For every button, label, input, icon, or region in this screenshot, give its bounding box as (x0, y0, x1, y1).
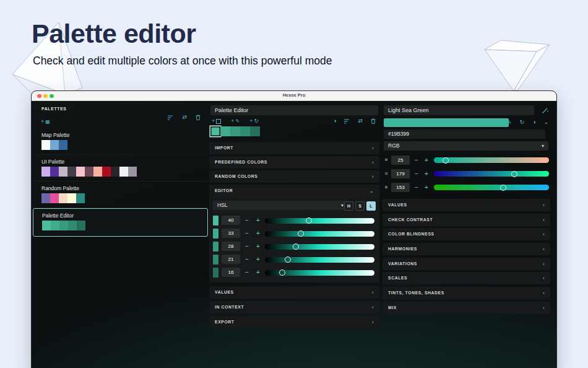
lightness-value-input[interactable]: 21 (222, 255, 240, 264)
color-swatch[interactable] (213, 255, 218, 265)
channel-value-input[interactable]: 25 (391, 156, 410, 165)
slider-handle[interactable] (293, 243, 299, 250)
sort-colors-button[interactable] (344, 118, 350, 124)
blue-slider-track[interactable] (434, 185, 549, 190)
color-swatch[interactable] (41, 140, 50, 150)
green-slider-track[interactable] (434, 171, 549, 177)
contrast-button[interactable]: ◑ (333, 118, 336, 124)
color-swatch[interactable] (77, 221, 85, 230)
section-in-context[interactable]: IN CONTEXT ‹ (209, 301, 379, 313)
lightness-value-input[interactable]: 40 (222, 216, 240, 225)
eyedropper-button[interactable]: ✎ (508, 120, 512, 125)
section-check-contrast[interactable]: CHECK CONTRAST ‹ (383, 214, 550, 226)
color-swatch[interactable] (68, 221, 77, 230)
color-name-input[interactable]: Light Sea Green (384, 105, 534, 115)
expand-color-button[interactable]: ⌄ (543, 120, 548, 125)
color-swatch[interactable] (41, 167, 50, 177)
decrement-button[interactable]: − (244, 216, 250, 225)
color-swatch[interactable] (50, 193, 59, 203)
decrement-button[interactable]: − (413, 183, 420, 192)
hex-value-input[interactable]: #19B399 (384, 129, 545, 139)
lightness-slider-track[interactable] (265, 270, 374, 276)
color-swatch[interactable] (59, 167, 67, 177)
color-swatch[interactable] (59, 140, 67, 150)
add-random-color-button[interactable]: +↻ (249, 118, 259, 124)
color-swatch[interactable] (41, 193, 50, 203)
slider-handle[interactable] (500, 185, 506, 191)
section-harmonies[interactable]: HARMONIES ‹ (383, 243, 550, 255)
toggle-lightness-button[interactable]: L (366, 201, 376, 211)
increment-button[interactable]: + (423, 156, 430, 165)
editor-mode-select[interactable]: HSL ▾ (213, 201, 348, 210)
color-swatch[interactable] (76, 167, 85, 177)
color-swatch[interactable] (240, 126, 250, 136)
section-color-blindness[interactable]: COLOR BLINDNESS ‹ (383, 228, 550, 240)
color-swatch[interactable] (128, 167, 137, 177)
toggle-saturation-button[interactable]: S (355, 201, 365, 211)
swap-colors-button[interactable]: ⇄ (358, 118, 363, 124)
color-model-select[interactable]: RGB ▾ (384, 141, 548, 151)
auto-name-button[interactable] (542, 107, 548, 114)
color-swatch[interactable] (210, 126, 220, 136)
slider-handle[interactable] (511, 171, 517, 177)
channel-value-input[interactable]: 179 (391, 169, 410, 178)
channel-value-input[interactable]: 153 (391, 183, 410, 192)
color-swatch[interactable] (102, 167, 111, 177)
section-mix[interactable]: MIX ‹ (383, 302, 550, 314)
color-swatch[interactable] (42, 221, 51, 230)
decrement-button[interactable]: − (244, 229, 250, 238)
delete-color-button[interactable] (371, 118, 376, 124)
increment-button[interactable]: + (255, 255, 261, 264)
color-swatch[interactable] (85, 167, 93, 177)
add-palette-button[interactable]: +▦ (41, 119, 50, 125)
increment-button[interactable]: + (423, 183, 430, 192)
decrement-button[interactable]: − (244, 268, 250, 277)
palette-item-ui[interactable]: UI Palette (33, 155, 207, 182)
lightness-slider-track[interactable] (265, 244, 374, 250)
increment-button[interactable]: + (255, 268, 261, 277)
palette-name-input[interactable]: Palette Editor (210, 105, 378, 115)
color-swatch[interactable] (213, 268, 218, 278)
slider-handle[interactable] (298, 230, 304, 237)
section-predefined-colors[interactable]: PREDEFINED COLORS ‹ (209, 156, 379, 169)
section-values[interactable]: VALUES ‹ (209, 286, 379, 299)
section-export[interactable]: EXPORT ‹ (209, 316, 379, 328)
toggle-hue-button[interactable]: H (344, 201, 353, 211)
decrement-button[interactable]: − (244, 242, 250, 251)
color-swatch[interactable] (213, 216, 218, 226)
increment-button[interactable]: + (255, 242, 261, 251)
decrement-button[interactable]: − (244, 255, 250, 264)
section-import[interactable]: IMPORT ‹ (209, 142, 379, 154)
slider-handle[interactable] (306, 217, 312, 224)
color-swatch[interactable] (59, 193, 67, 203)
lightness-value-input[interactable]: 16 (222, 268, 240, 277)
color-swatch[interactable] (76, 193, 85, 203)
refresh-color-button[interactable]: ↻ (519, 120, 524, 125)
color-swatch[interactable] (213, 242, 218, 252)
decrement-button[interactable]: − (413, 156, 420, 165)
increment-button[interactable]: + (423, 169, 430, 178)
lightness-slider-track[interactable] (265, 218, 374, 224)
color-swatch[interactable] (50, 140, 59, 150)
current-color-swatch[interactable] (384, 118, 509, 127)
color-swatch[interactable] (93, 167, 102, 177)
palette-item-map[interactable]: Map Palette (33, 128, 207, 155)
color-swatch[interactable] (250, 126, 260, 136)
color-swatch[interactable] (213, 229, 218, 239)
color-swatch[interactable] (119, 167, 128, 177)
color-swatch[interactable] (67, 167, 76, 177)
red-slider-track[interactable] (434, 157, 549, 163)
color-swatch[interactable] (111, 167, 119, 177)
sort-palettes-button[interactable] (168, 115, 173, 120)
section-editor-header[interactable]: EDITOR ⌄ (209, 185, 379, 197)
color-swatch[interactable] (220, 126, 230, 136)
lightness-value-input[interactable]: 28 (222, 242, 240, 251)
add-color-picker-button[interactable]: +✎ (231, 118, 240, 124)
decrement-button[interactable]: − (413, 169, 420, 178)
slider-handle[interactable] (279, 269, 285, 276)
section-scales[interactable]: SCALES ‹ (383, 272, 550, 284)
section-variations[interactable]: VARIATIONS ‹ (383, 258, 550, 270)
palette-item-palette-editor[interactable]: Palette Editor (33, 208, 208, 237)
slider-handle[interactable] (443, 157, 449, 164)
lightness-value-input[interactable]: 33 (222, 229, 240, 238)
